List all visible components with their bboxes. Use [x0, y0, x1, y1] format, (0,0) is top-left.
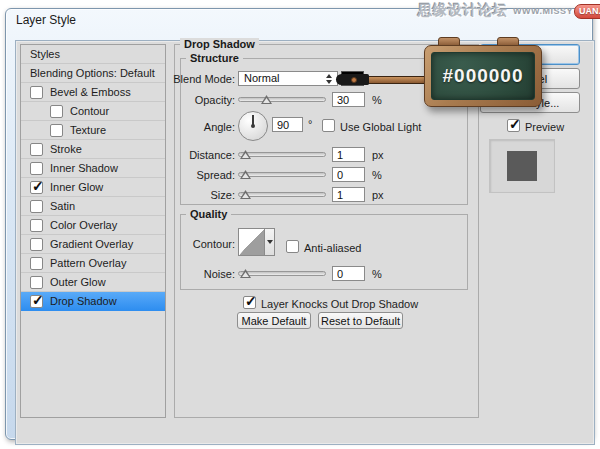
updown-arrows-icon — [326, 74, 333, 84]
opacity-unit: % — [372, 94, 382, 106]
watermark-url-prefix: WWW.MISSY — [513, 6, 573, 16]
brush-tip-dot — [351, 77, 357, 83]
sidebar-item-styles[interactable]: Styles — [21, 45, 165, 64]
sidebar-item-label: Gradient Overlay — [50, 238, 133, 250]
opacity-input[interactable] — [332, 92, 365, 107]
panel-title: Drop Shadow — [180, 38, 259, 50]
angle-hub — [251, 124, 255, 128]
contour-dropdown-arrow-icon[interactable] — [265, 228, 275, 256]
contour-label: Contour: — [140, 238, 235, 250]
size-input[interactable] — [332, 187, 365, 202]
watermark-url-highlight: UAN.COM — [574, 4, 600, 19]
sidebar-item-label: Inner Shadow — [50, 162, 118, 174]
opacity-slider-thumb[interactable] — [261, 95, 272, 104]
sidebar-item-label: Bevel & Emboss — [50, 86, 131, 98]
noise-slider-thumb[interactable] — [240, 269, 251, 278]
sidebar-item-label: Inner Glow — [50, 181, 103, 193]
preview-checkbox[interactable] — [507, 119, 520, 132]
style-checkbox[interactable] — [30, 86, 43, 99]
size-unit: px — [372, 189, 384, 201]
style-checkbox[interactable] — [30, 219, 43, 232]
angle-input[interactable] — [272, 117, 303, 132]
use-global-light-label: Use Global Light — [340, 121, 421, 133]
knockout-label: Layer Knocks Out Drop Shadow — [261, 298, 418, 310]
style-checkbox[interactable] — [30, 257, 43, 270]
window-title: Layer Style — [16, 13, 76, 27]
angle-label: Angle: — [140, 121, 235, 133]
style-checkbox[interactable] — [50, 105, 63, 118]
preview-well — [489, 139, 555, 193]
spread-slider-thumb[interactable] — [240, 170, 251, 179]
preview-thumbnail — [507, 151, 537, 181]
spread-unit: % — [372, 169, 382, 181]
blend-mode-select[interactable]: Normal — [238, 71, 338, 86]
sidebar-item-label: Color Overlay — [50, 219, 117, 231]
style-checkbox[interactable] — [30, 200, 43, 213]
color-callout-chalkboard: #000000 — [424, 45, 542, 107]
contour-picker[interactable] — [238, 228, 265, 256]
noise-input[interactable] — [332, 266, 365, 281]
quality-legend: Quality — [186, 208, 231, 220]
watermark: 思缘设计论坛 WWW.MISSY UAN.COM — [418, 2, 600, 20]
reset-to-default-button[interactable]: Reset to Default — [318, 312, 403, 329]
size-slider[interactable] — [238, 192, 326, 197]
style-checkbox[interactable] — [50, 124, 63, 137]
hex-color-value: #000000 — [443, 65, 524, 87]
style-checkbox[interactable] — [30, 276, 43, 289]
sidebar-item-label: Pattern Overlay — [50, 257, 126, 269]
distance-label: Distance: — [140, 149, 235, 161]
preview-label: Preview — [525, 121, 564, 133]
sidebar-item-label: Stroke — [50, 143, 82, 155]
chalkboard-surface: #000000 — [431, 52, 535, 100]
style-checkbox[interactable] — [30, 162, 43, 175]
use-global-light-checkbox[interactable] — [322, 119, 335, 132]
spread-label: Spread: — [140, 169, 235, 181]
noise-label: Noise: — [140, 268, 235, 280]
style-checkbox[interactable] — [30, 143, 43, 156]
anti-aliased-label: Anti-aliased — [304, 242, 361, 254]
sidebar-item-label: Blending Options: Default — [30, 67, 155, 79]
sidebar-item-label: Contour — [70, 105, 109, 117]
angle-unit: ° — [308, 118, 312, 130]
anti-aliased-checkbox[interactable] — [286, 240, 299, 253]
blend-mode-label: Blend Mode: — [140, 73, 235, 85]
style-checkbox[interactable] — [30, 181, 43, 194]
sidebar-item-drop-shadow[interactable]: Drop Shadow — [21, 292, 165, 311]
distance-input[interactable] — [332, 147, 365, 162]
sidebar-item-label: Outer Glow — [50, 276, 106, 288]
sidebar-item-label: Drop Shadow — [50, 295, 117, 307]
size-slider-thumb[interactable] — [240, 190, 251, 199]
blend-mode-value: Normal — [244, 72, 279, 84]
opacity-slider[interactable] — [238, 97, 326, 102]
noise-unit: % — [372, 268, 382, 280]
watermark-site-name: 思缘设计论坛 — [418, 2, 508, 20]
sidebar-item-label: Styles — [30, 48, 60, 60]
opacity-label: Opacity: — [140, 94, 235, 106]
distance-slider-thumb[interactable] — [240, 150, 251, 159]
structure-legend: Structure — [186, 52, 243, 64]
knockout-checkbox[interactable] — [243, 296, 256, 309]
brush-handle — [361, 76, 429, 84]
make-default-button[interactable]: Make Default — [237, 312, 311, 329]
style-checkbox[interactable] — [30, 295, 43, 308]
sidebar-item-color-overlay[interactable]: Color Overlay — [21, 216, 165, 235]
noise-slider[interactable] — [238, 271, 326, 276]
size-label: Size: — [140, 189, 235, 201]
spread-input[interactable] — [332, 167, 365, 182]
distance-slider[interactable] — [238, 152, 326, 157]
distance-unit: px — [372, 149, 384, 161]
sidebar-item-label: Satin — [50, 200, 75, 212]
sidebar-item-label: Texture — [70, 124, 106, 136]
style-checkbox[interactable] — [30, 238, 43, 251]
spread-slider[interactable] — [238, 172, 326, 177]
angle-dial[interactable] — [238, 111, 268, 141]
